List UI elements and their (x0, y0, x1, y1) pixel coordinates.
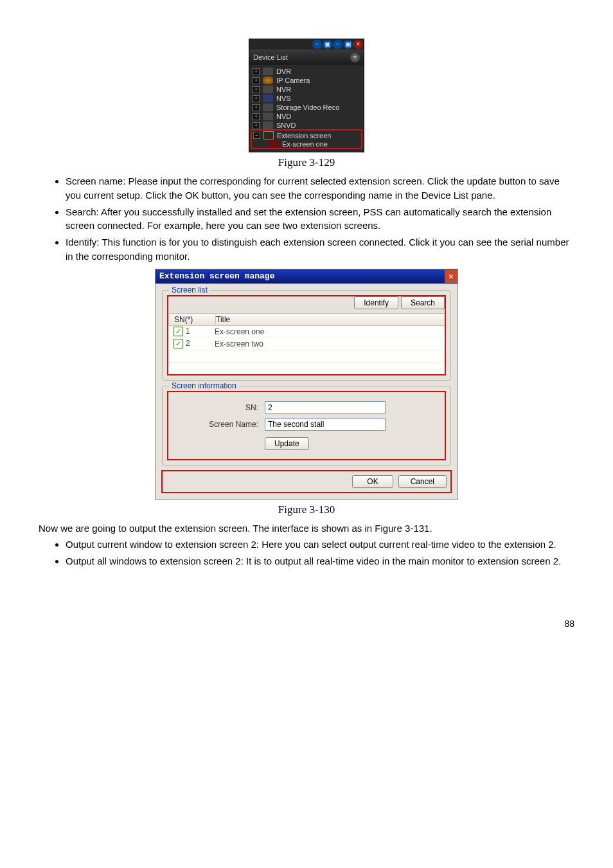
device-list-header: Device List + (249, 50, 364, 65)
collapse-icon[interactable]: − (333, 40, 342, 49)
bullet-output-current: Output current window to extension scree… (66, 538, 574, 552)
bullet-search: Search: After you successfully installed… (66, 205, 574, 233)
figure-caption-130: Figure 3-130 (39, 503, 574, 516)
cancel-button[interactable]: Cancel (398, 475, 447, 488)
tree-item-nvs[interactable]: + NVS (251, 94, 362, 103)
expand-toggle-icon[interactable]: + (253, 95, 260, 102)
sn-input[interactable] (265, 401, 386, 414)
bullet-output-all: Output all windows to extension screen 2… (66, 554, 574, 568)
minimize-icon[interactable]: − (312, 40, 322, 49)
identify-button[interactable]: Identify (354, 296, 398, 309)
screen-info-group: Screen information SN: Screen Name: Upda… (162, 386, 451, 466)
tree-item-nvd[interactable]: + NVD (251, 112, 362, 121)
checkbox-icon[interactable]: ✓ (173, 339, 183, 348)
checkbox-icon[interactable]: ✓ (173, 327, 183, 336)
collapse-toggle-icon[interactable]: − (253, 132, 260, 139)
figure-caption-129: Figure 3-129 (39, 156, 574, 169)
restore-icon[interactable]: ▣ (323, 40, 332, 49)
expand-toggle-icon[interactable]: + (253, 113, 260, 120)
tree-item-nvr[interactable]: + NVR (251, 85, 362, 94)
screen-icon (269, 140, 279, 148)
dialog-titlebar: Extension screen manage ✕ (155, 269, 458, 284)
update-button[interactable]: Update (265, 437, 309, 450)
page-number: 88 (0, 599, 613, 629)
bullet-list-top: Screen name: Please input the correspond… (39, 174, 574, 264)
dialog-close-button[interactable]: ✕ (445, 270, 458, 283)
device-list-title: Device List (253, 53, 288, 61)
tree-item-snvd[interactable]: + SNVD (251, 121, 362, 130)
paragraph-after-dialog: Now we are going to output the extension… (39, 521, 574, 536)
add-device-icon[interactable]: + (350, 53, 360, 62)
tree-item-dvr[interactable]: + DVR (251, 67, 362, 76)
panel-titlebar: − ▣ − ▣ × (249, 39, 364, 50)
nvr-icon (263, 86, 273, 93)
tree-item-storage[interactable]: + Storage Video Reco (251, 103, 362, 112)
device-list-panel: − ▣ − ▣ × Device List + + DVR + IP Camer… (249, 39, 364, 152)
expand-icon[interactable]: ▣ (343, 40, 353, 49)
table-row[interactable]: ✓1 Ex-screen one (168, 326, 445, 338)
screen-name-label: Screen Name: (173, 420, 265, 429)
sn-label: SN: (173, 403, 265, 412)
expand-toggle-icon[interactable]: + (253, 86, 260, 93)
close-icon[interactable]: × (353, 40, 363, 49)
expand-toggle-icon[interactable]: + (253, 68, 260, 75)
dvr-icon (263, 68, 273, 75)
search-button[interactable]: Search (401, 296, 445, 309)
bullet-screen-name: Screen name: Please input the correspond… (66, 174, 574, 203)
dialog-title: Extension screen manage (159, 271, 274, 281)
table-row-empty (168, 363, 445, 374)
expand-toggle-icon[interactable]: + (253, 77, 260, 84)
ipcamera-icon (263, 77, 273, 84)
screen-name-input[interactable] (265, 418, 386, 431)
snvd-icon (263, 122, 273, 129)
bullet-list-bottom: Output current window to extension scree… (39, 538, 574, 568)
table-row-empty (168, 350, 445, 363)
screen-info-legend: Screen information (169, 381, 239, 390)
screen-list-legend: Screen list (169, 285, 210, 294)
tree-item-exscreen-one[interactable]: Ex-screen one (252, 140, 361, 148)
device-tree: + DVR + IP Camera + NVR + NVS + (249, 65, 364, 152)
extension-screen-manage-dialog: Extension screen manage ✕ Screen list Id… (155, 269, 458, 500)
table-header: SN(*) Title (168, 313, 445, 326)
highlight-extension: − Extension screen Ex-screen one (251, 130, 362, 149)
extension-icon (263, 131, 274, 140)
expand-toggle-icon[interactable]: + (253, 122, 260, 129)
nvs-icon (263, 95, 273, 102)
table-row[interactable]: ✓2 Ex-screen two (168, 338, 445, 350)
ok-button[interactable]: OK (352, 475, 393, 488)
nvd-icon (263, 113, 273, 120)
expand-toggle-icon[interactable]: + (253, 104, 260, 111)
col-sn: SN(*) (169, 315, 216, 324)
screen-list-group: Screen list Identify Search SN(*) Title … (162, 290, 451, 381)
tree-item-extension[interactable]: − Extension screen (252, 131, 361, 140)
storage-icon (263, 104, 273, 111)
col-title: Title (216, 315, 445, 324)
tree-item-ipcamera[interactable]: + IP Camera (251, 76, 362, 85)
bullet-identify: Identify: This function is for you to di… (66, 235, 574, 264)
